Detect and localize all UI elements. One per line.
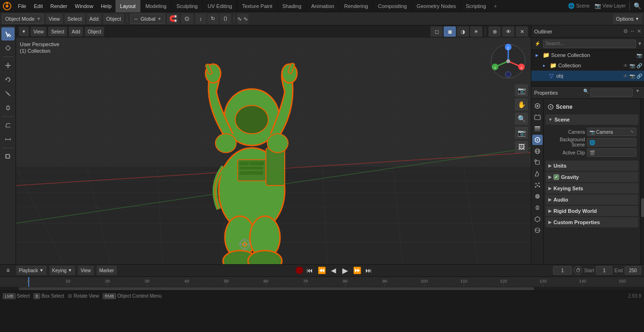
frame-clock-btn[interactable]: ⏱ — [574, 266, 582, 275]
object-mode-selector[interactable]: Object Mode ▼ — [2, 14, 44, 24]
tab-shading[interactable]: Shading — [278, 0, 306, 12]
jump-end-btn[interactable]: ⏭ — [363, 265, 374, 275]
wireframe-shading-btn[interactable]: ◻ — [430, 26, 443, 37]
view-layer-selector[interactable]: 📷 View Layer — [594, 3, 626, 9]
keying-btn[interactable]: Keying ▼ — [50, 266, 75, 275]
viewport-select-btn[interactable]: Select — [48, 27, 67, 36]
outliner-filter-icon[interactable]: ⚙ — [623, 28, 628, 34]
tab-modeling[interactable]: Modeling — [141, 0, 172, 12]
timeline-ruler[interactable]: 1 10 20 30 40 50 60 70 80 90 1 — [0, 277, 644, 291]
outliner-search-input[interactable] — [543, 40, 636, 48]
units-section-header[interactable]: ▶ Units — [545, 161, 638, 171]
props-tab-output[interactable] — [532, 112, 543, 122]
active-clip-field[interactable]: 🎬 — [587, 148, 636, 157]
zoom-icon-btn[interactable]: 🔍 — [515, 113, 528, 125]
viewport-add-btn[interactable]: Add — [69, 27, 83, 36]
rendered-shading-btn[interactable]: ☀ — [470, 26, 482, 37]
scene-selector[interactable]: 🌐 Scene — [568, 3, 589, 9]
select-tool[interactable] — [1, 27, 15, 40]
timeline-menu-btn[interactable]: ≡ — [3, 265, 13, 275]
props-search-icon[interactable]: 🔍 — [583, 89, 589, 97]
outliner-item-scene-collection[interactable]: ▸ 📁 Scene Collection 📷 — [531, 50, 644, 60]
render-icon-btn[interactable]: 🖼 — [515, 141, 528, 153]
navigation-gizmo[interactable]: Z X Y — [489, 42, 527, 80]
props-filter-icon[interactable]: ▼ — [634, 89, 641, 97]
props-tab-data[interactable] — [532, 214, 543, 224]
outliner-item-obj[interactable]: ▽ obj 👁 📷 🔗 — [531, 71, 644, 81]
tab-layout[interactable]: Layout — [116, 0, 141, 12]
show-overlays-btn[interactable]: 👁 — [502, 26, 514, 37]
annotate-tool[interactable] — [1, 119, 15, 132]
rotate-gizmo-btn[interactable]: ↻ — [207, 14, 219, 24]
scene-render-icon[interactable]: 📷 — [636, 53, 642, 58]
scale-gizmo-btn[interactable]: ⟨⟩ — [220, 14, 231, 24]
playback-btn[interactable]: Playback ▼ — [16, 266, 47, 275]
props-scrollbar[interactable] — [640, 99, 644, 264]
props-tab-constraints[interactable] — [532, 202, 543, 213]
menu-render[interactable]: Render — [47, 0, 71, 12]
view-btn[interactable]: View — [78, 266, 94, 275]
object-menu-btn[interactable]: Object — [103, 14, 124, 24]
obj-render-icon[interactable]: 📷 — [629, 73, 635, 79]
move-tool[interactable] — [1, 59, 15, 72]
camera-view-btn[interactable]: 📷 — [515, 84, 528, 97]
transform-selector[interactable]: ↔ Global ▼ — [130, 14, 165, 24]
tab-compositing[interactable]: Compositing — [373, 0, 412, 12]
collection-hide-icon[interactable]: 👁 — [623, 63, 628, 68]
snap-toggle[interactable]: 🧲 — [167, 14, 179, 24]
search-icon[interactable]: 🔍 — [634, 2, 641, 9]
solid-shading-btn[interactable]: ◼ — [444, 26, 456, 37]
outliner-filter-icon-2[interactable]: ▼ — [637, 41, 642, 46]
menu-edit[interactable]: Edit — [30, 0, 47, 12]
viewport-view-btn[interactable]: View — [31, 27, 47, 36]
props-tab-particles[interactable] — [532, 180, 543, 190]
add-cube-tool[interactable] — [1, 150, 15, 163]
add-menu-btn[interactable]: Add — [87, 14, 102, 24]
camera-edit-icon[interactable]: ✎ — [630, 130, 634, 134]
end-value[interactable]: 250 — [625, 266, 641, 275]
camera-field[interactable]: 📷 Camera ✎ — [587, 128, 636, 136]
scene-section-header[interactable]: ▼ Scene — [545, 114, 638, 125]
timeline-scrollbar-thumb[interactable] — [19, 287, 534, 290]
filters-btn[interactable]: ∿∿ — [237, 14, 248, 24]
record-btn[interactable] — [296, 267, 303, 274]
menu-help[interactable]: Help — [97, 0, 116, 12]
props-search-input[interactable] — [590, 89, 633, 97]
props-tab-modifiers[interactable] — [532, 169, 543, 179]
menu-window[interactable]: Window — [71, 0, 97, 12]
props-tab-scene[interactable] — [532, 135, 543, 145]
select-menu-btn[interactable]: Select — [65, 14, 85, 24]
props-tab-world[interactable] — [532, 146, 543, 156]
add-workspace-button[interactable]: + — [491, 0, 500, 12]
outliner-close-icon[interactable]: ✕ — [637, 28, 641, 34]
menu-file[interactable]: File — [14, 0, 30, 12]
collection-render-icon[interactable]: 📷 — [629, 63, 635, 68]
scale-tool[interactable] — [1, 87, 15, 100]
jump-start-btn[interactable]: ⏮ — [305, 265, 315, 275]
keying-sets-header[interactable]: ▶ Keying Sets — [545, 183, 638, 194]
outliner-item-collection[interactable]: ▸ 📁 Collection 👁 📷 🔗 — [531, 60, 644, 71]
tab-uv-editing[interactable]: UV Editing — [203, 0, 237, 12]
tab-animation[interactable]: Animation — [306, 0, 339, 12]
obj-linked-icon[interactable]: 🔗 — [636, 73, 642, 79]
audio-section-header[interactable]: ▶ Audio — [545, 194, 638, 205]
tab-scripting[interactable]: Scripting — [461, 0, 491, 12]
obj-hide-icon[interactable]: 👁 — [623, 73, 628, 79]
props-tab-render[interactable] — [532, 101, 543, 111]
outliner-filter-btn[interactable]: ⚡ — [533, 41, 542, 46]
props-tab-physics[interactable] — [532, 191, 543, 202]
3d-viewport[interactable]: ▼ View Select Add Object ◻ ◼ ◑ ☀ ⊕ 👁 ✕ — [16, 25, 531, 264]
tab-sculpting[interactable]: Sculpting — [172, 0, 203, 12]
viewport-mode-btn[interactable]: ▼ — [19, 27, 29, 36]
rigid-body-header[interactable]: ▶ Rigid Body World — [545, 206, 638, 216]
move-icon-btn[interactable]: ✋ — [515, 98, 528, 111]
step-back-btn[interactable]: ⏪ — [316, 265, 327, 275]
cursor-tool[interactable] — [1, 41, 15, 55]
timeline-scrollbar[interactable] — [0, 287, 644, 291]
outliner-expand-icon[interactable]: ↔ — [630, 28, 635, 34]
gravity-checkbox[interactable]: ✓ — [553, 174, 559, 180]
proportional-toggle[interactable]: ⊙ — [181, 14, 193, 24]
tab-texture-paint[interactable]: Texture Paint — [237, 0, 277, 12]
gravity-section-header[interactable]: ▶ ✓ Gravity — [545, 172, 638, 182]
tab-geometry-nodes[interactable]: Geometry Nodes — [412, 0, 461, 12]
